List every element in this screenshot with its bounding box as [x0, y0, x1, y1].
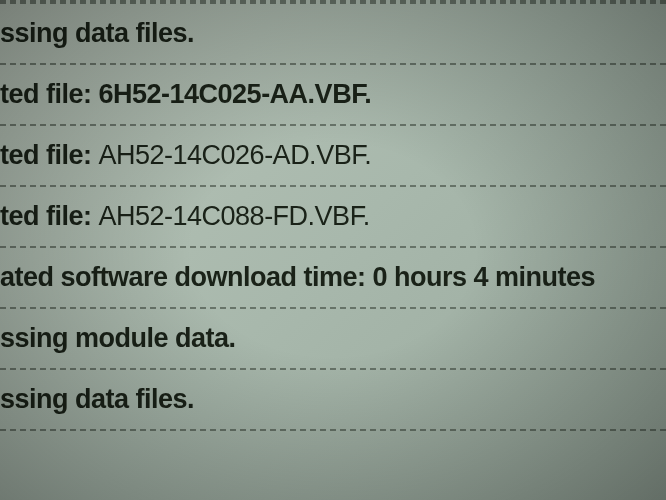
log-text: ssing data files. [0, 18, 194, 48]
log-line-processing-module: ssing module data. [0, 307, 666, 368]
log-line-processing-data-2: ssing data files. [0, 368, 666, 429]
log-screen: ssing data files. ted file: 6H52-14C025-… [0, 0, 666, 500]
log-value: AH52-14C026-AD.VBF. [99, 140, 372, 170]
log-line-download-time: ated software download time: 0 hours 4 m… [0, 246, 666, 307]
log-text: ssing module data. [0, 323, 236, 353]
log-line-file-3: ted file: AH52-14C088-FD.VBF. [0, 185, 666, 246]
log-value: 0 hours 4 minutes [373, 262, 596, 292]
log-line-file-1: ted file: 6H52-14C025-AA.VBF. [0, 63, 666, 124]
log-value: AH52-14C088-FD.VBF. [99, 201, 370, 231]
log-label: ted file: [0, 79, 99, 109]
log-value: 6H52-14C025-AA.VBF. [99, 79, 372, 109]
log-label: ted file: [0, 201, 99, 231]
divider [0, 429, 666, 431]
log-line-file-2: ted file: AH52-14C026-AD.VBF. [0, 124, 666, 185]
log-label: ted file: [0, 140, 99, 170]
log-label: ated software download time: [0, 262, 373, 292]
log-line-processing-data: ssing data files. [0, 2, 666, 63]
log-text: ssing data files. [0, 384, 194, 414]
